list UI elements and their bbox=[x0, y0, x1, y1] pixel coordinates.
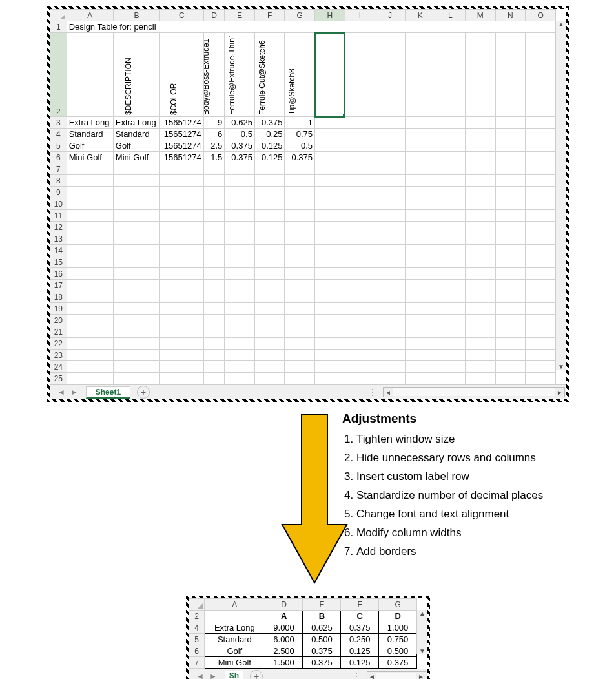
cell[interactable] bbox=[435, 338, 466, 350]
cell[interactable] bbox=[526, 117, 556, 129]
cell[interactable] bbox=[203, 175, 225, 187]
row-header[interactable]: 12 bbox=[50, 222, 67, 233]
cell[interactable]: 1.000 bbox=[379, 622, 417, 634]
cell[interactable] bbox=[466, 245, 496, 256]
cell[interactable] bbox=[495, 256, 526, 268]
cell[interactable] bbox=[466, 233, 496, 245]
cell[interactable]: Extra Long bbox=[204, 622, 265, 634]
cell[interactable] bbox=[375, 256, 406, 268]
cell[interactable] bbox=[285, 175, 315, 187]
col-header[interactable]: K bbox=[405, 10, 435, 21]
cell[interactable] bbox=[405, 326, 435, 338]
cell[interactable] bbox=[67, 280, 113, 291]
cell[interactable] bbox=[466, 175, 496, 187]
label-cell[interactable]: D bbox=[379, 611, 417, 622]
cell[interactable] bbox=[285, 315, 315, 326]
cell[interactable] bbox=[113, 350, 159, 361]
cell[interactable] bbox=[203, 373, 225, 384]
scroll-down-icon[interactable]: ▼ bbox=[558, 363, 564, 370]
cell[interactable] bbox=[315, 187, 345, 198]
cell[interactable] bbox=[254, 245, 285, 256]
row-header[interactable]: 6 bbox=[189, 645, 205, 657]
cell[interactable]: 1 bbox=[285, 117, 315, 129]
col-header[interactable]: M bbox=[466, 10, 496, 21]
cell[interactable] bbox=[466, 350, 496, 361]
cell[interactable] bbox=[113, 222, 159, 233]
cell[interactable] bbox=[67, 350, 113, 361]
cell[interactable] bbox=[405, 350, 435, 361]
cell[interactable] bbox=[204, 611, 265, 622]
cell[interactable] bbox=[254, 175, 285, 187]
cell[interactable] bbox=[345, 210, 375, 222]
cell[interactable] bbox=[495, 315, 526, 326]
cell[interactable] bbox=[495, 303, 526, 315]
cell[interactable] bbox=[435, 163, 466, 175]
cell[interactable] bbox=[345, 361, 375, 373]
cell[interactable] bbox=[495, 326, 526, 338]
cell[interactable] bbox=[113, 361, 159, 373]
cell[interactable] bbox=[435, 291, 466, 303]
scroll-right-icon[interactable]: ► bbox=[416, 673, 426, 680]
cell[interactable] bbox=[203, 268, 225, 280]
row-header[interactable]: 2 bbox=[189, 611, 205, 622]
cell[interactable] bbox=[495, 361, 526, 373]
cell[interactable]: 6 bbox=[203, 129, 225, 140]
cell[interactable] bbox=[254, 163, 285, 175]
cell[interactable] bbox=[254, 187, 285, 198]
cell[interactable] bbox=[254, 291, 285, 303]
cell[interactable] bbox=[345, 256, 375, 268]
cell[interactable] bbox=[526, 291, 556, 303]
cell[interactable] bbox=[285, 373, 315, 384]
col-header[interactable]: L bbox=[435, 10, 466, 21]
cell[interactable]: Golf bbox=[113, 140, 159, 152]
sheet-tab[interactable]: Sh bbox=[225, 671, 243, 679]
cell[interactable]: Mini Golf bbox=[113, 152, 159, 163]
cell[interactable] bbox=[113, 198, 159, 210]
cell[interactable] bbox=[345, 163, 375, 175]
cell[interactable] bbox=[526, 163, 556, 175]
cell[interactable] bbox=[526, 315, 556, 326]
cell[interactable] bbox=[113, 256, 159, 268]
row-header[interactable]: 13 bbox=[50, 233, 67, 245]
cell[interactable] bbox=[345, 338, 375, 350]
cell[interactable] bbox=[435, 350, 466, 361]
cell[interactable] bbox=[375, 245, 406, 256]
cell[interactable]: 0.75 bbox=[285, 129, 315, 140]
cell[interactable] bbox=[495, 140, 526, 152]
cell[interactable] bbox=[495, 338, 526, 350]
cell[interactable] bbox=[375, 140, 406, 152]
cell[interactable] bbox=[285, 291, 315, 303]
cell[interactable] bbox=[405, 33, 435, 117]
cell[interactable]: 0.375 bbox=[254, 117, 285, 129]
cell[interactable] bbox=[285, 222, 315, 233]
cell[interactable] bbox=[405, 198, 435, 210]
cell[interactable] bbox=[405, 163, 435, 175]
cell[interactable] bbox=[285, 303, 315, 315]
cell[interactable] bbox=[466, 129, 496, 140]
cell[interactable] bbox=[375, 187, 406, 198]
cell[interactable] bbox=[315, 198, 345, 210]
cell[interactable] bbox=[285, 187, 315, 198]
cell[interactable] bbox=[495, 280, 526, 291]
cell[interactable]: $COLOR bbox=[160, 33, 204, 117]
cell[interactable]: 15651274 bbox=[160, 140, 204, 152]
cell[interactable] bbox=[435, 33, 466, 117]
vertical-scrollbar[interactable]: ▲ ▼ bbox=[416, 610, 427, 654]
cell[interactable] bbox=[466, 303, 496, 315]
cell[interactable] bbox=[375, 373, 406, 384]
cell[interactable] bbox=[375, 338, 406, 350]
cell[interactable] bbox=[254, 233, 285, 245]
cell[interactable]: Ferrule Cut@Sketch6 bbox=[254, 33, 285, 117]
label-cell[interactable]: B bbox=[303, 611, 341, 622]
add-sheet-button[interactable]: + bbox=[250, 670, 263, 679]
cell[interactable]: 0.5 bbox=[285, 140, 315, 152]
cell[interactable] bbox=[160, 268, 204, 280]
cell[interactable] bbox=[315, 222, 345, 233]
cell[interactable] bbox=[405, 175, 435, 187]
cell[interactable] bbox=[405, 303, 435, 315]
cell[interactable] bbox=[225, 245, 255, 256]
row-header[interactable]: 20 bbox=[50, 315, 67, 326]
col-header[interactable]: F bbox=[341, 599, 379, 611]
row-header[interactable]: 4 bbox=[50, 129, 67, 140]
cell[interactable] bbox=[345, 291, 375, 303]
